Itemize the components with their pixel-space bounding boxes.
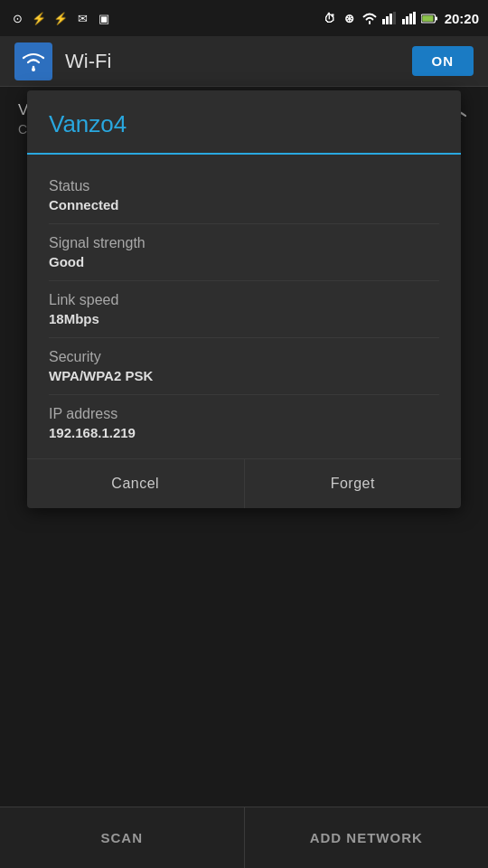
svg-rect-4 — [402, 19, 405, 24]
security-row: Security WPA/WPA2 PSK — [49, 338, 439, 395]
status-label: Status — [49, 178, 439, 194]
scan-button[interactable]: SCAN — [0, 807, 245, 868]
svg-rect-3 — [393, 12, 396, 24]
forget-button[interactable]: Forget — [245, 459, 462, 508]
lock-icon: ⊛ — [342, 10, 358, 26]
security-value: WPA/WPA2 PSK — [49, 368, 439, 383]
signal-icon1 — [381, 10, 398, 26]
svg-rect-1 — [386, 16, 389, 24]
add-network-button[interactable]: ADD NETWORK — [245, 807, 489, 868]
status-row: Status Connected — [49, 167, 439, 224]
screen-icon: ▣ — [96, 10, 112, 26]
network-detail-dialog: Vanzo4 Status Connected Signal strength … — [27, 90, 461, 508]
link-speed-value: 18Mbps — [49, 311, 439, 326]
signal-strength-row: Signal strength Good — [49, 224, 439, 281]
ip-address-label: IP address — [49, 406, 439, 422]
status-icons-right: ⏱ ⊛ — [322, 10, 479, 26]
wifi-toggle-button[interactable]: ON — [412, 46, 474, 76]
svg-point-11 — [32, 68, 35, 71]
battery-icon — [421, 10, 437, 26]
status-value: Connected — [49, 197, 439, 212]
security-label: Security — [49, 349, 439, 365]
usb-icon2: ⚡ — [52, 10, 69, 26]
dialog-buttons: Cancel Forget — [27, 458, 461, 508]
svg-rect-10 — [422, 15, 433, 22]
android-icon: ⊙ — [9, 10, 25, 26]
signal-strength-label: Signal strength — [49, 235, 439, 251]
dialog-body: Status Connected Signal strength Good Li… — [27, 155, 461, 451]
wifi-settings-icon — [14, 42, 52, 80]
wifi-status-icon — [361, 10, 378, 26]
usb-icon1: ⚡ — [31, 10, 47, 26]
link-speed-row: Link speed 18Mbps — [49, 281, 439, 338]
status-icons-left: ⊙ ⚡ ⚡ ✉ ▣ — [9, 10, 112, 26]
svg-rect-5 — [406, 16, 408, 24]
svg-rect-9 — [436, 16, 437, 20]
signal-strength-value: Good — [49, 254, 439, 269]
svg-rect-7 — [413, 12, 416, 24]
clock-icon: ⏱ — [322, 10, 338, 26]
svg-rect-2 — [389, 14, 392, 24]
bottom-bar: SCAN ADD NETWORK — [0, 807, 488, 868]
svg-rect-0 — [382, 19, 385, 24]
page-title: Wi-Fi — [65, 50, 412, 73]
ip-address-value: 192.168.1.219 — [49, 425, 439, 440]
header: Wi-Fi ON — [0, 36, 488, 87]
cancel-button[interactable]: Cancel — [27, 459, 245, 508]
clock-time: 20:20 — [445, 11, 479, 26]
status-bar: ⊙ ⚡ ⚡ ✉ ▣ ⏱ ⊛ — [0, 0, 488, 36]
svg-rect-6 — [409, 14, 412, 24]
message-icon: ✉ — [74, 10, 90, 26]
dialog-title: Vanzo4 — [27, 90, 461, 155]
ip-address-row: IP address 192.168.1.219 — [49, 395, 439, 451]
signal-icon2 — [401, 10, 418, 26]
link-speed-label: Link speed — [49, 292, 439, 308]
